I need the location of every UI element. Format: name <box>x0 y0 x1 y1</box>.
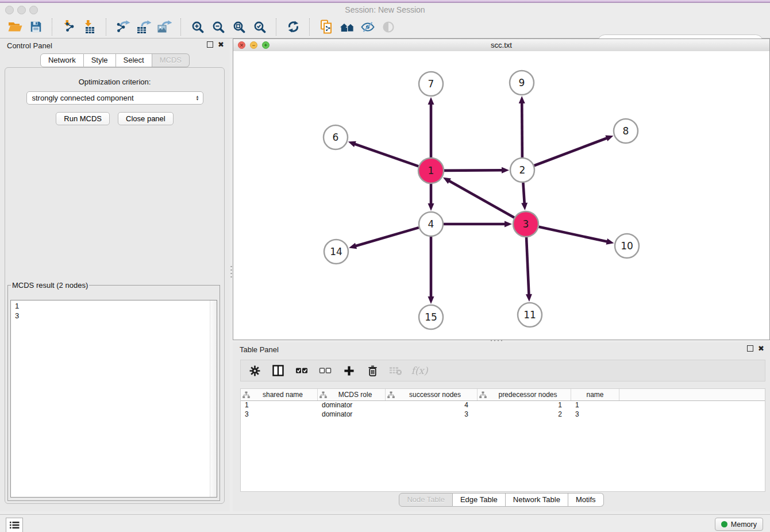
graph-edge-arrow <box>428 97 434 105</box>
memory-button[interactable]: Memory <box>715 518 763 531</box>
network-window-title: scc.txt <box>233 41 769 49</box>
graph-node-label: 2 <box>519 164 526 176</box>
show-all-icon <box>378 17 399 37</box>
graph-edge-2-8[interactable] <box>534 138 608 165</box>
save-session-icon[interactable] <box>25 17 46 37</box>
optimization-label: Optimization criterion: <box>5 78 224 86</box>
close-table-panel-icon[interactable]: ✖ <box>758 345 764 352</box>
export-network-icon[interactable] <box>113 17 133 37</box>
graph-edge-arrow <box>348 141 356 147</box>
zoom-fit-icon[interactable] <box>229 17 249 37</box>
table-cell[interactable]: 1 <box>241 401 318 410</box>
close-panel-button[interactable]: Close panel <box>118 112 174 125</box>
table-cell[interactable]: 3 <box>386 410 478 419</box>
run-mcds-button[interactable]: Run MCDS <box>56 112 110 125</box>
toolbar-separator <box>309 18 310 36</box>
delete-column-icon[interactable] <box>365 364 379 377</box>
table-cell[interactable]: dominator <box>318 401 386 410</box>
graph-edge-3-11[interactable] <box>526 237 529 295</box>
tab-network-table[interactable]: Network Table <box>506 493 568 507</box>
column-type-icon <box>479 391 487 399</box>
float-table-panel-icon[interactable] <box>747 345 753 352</box>
table-cell[interactable]: 1 <box>571 401 619 410</box>
graph-edge-3-1[interactable] <box>448 180 514 218</box>
network-window-titlebar[interactable]: ✕ − + scc.txt <box>233 39 769 52</box>
node-table: shared nameMCDS rolesuccessor nodesprede… <box>240 388 765 492</box>
float-panel-icon[interactable] <box>207 41 213 48</box>
result-line: 3 <box>15 311 217 321</box>
table-panel: Table Panel ✖ f(x) shared nameMCDS roles… <box>233 342 770 511</box>
column-header-shared-name[interactable]: shared name <box>241 389 318 400</box>
graph-edge-4-14[interactable] <box>355 228 419 246</box>
tab-style[interactable]: Style <box>84 53 116 67</box>
open-session-icon[interactable] <box>5 17 25 37</box>
duplicate-network-icon[interactable] <box>316 17 337 37</box>
task-history-button[interactable] <box>6 518 23 532</box>
result-scrollbar[interactable] <box>210 300 217 497</box>
column-label: successor nodes <box>395 391 475 399</box>
tab-network[interactable]: Network <box>40 53 84 67</box>
table-cell[interactable]: 2 <box>478 410 571 419</box>
list-icon <box>10 521 20 529</box>
network-canvas[interactable]: 7968124314101511 <box>233 51 769 340</box>
mcds-tabpanel: Optimization criterion: strongly connect… <box>5 67 225 504</box>
memory-label: Memory <box>731 521 757 529</box>
export-table-icon[interactable] <box>133 17 154 37</box>
graph-edge-2-9[interactable] <box>522 102 522 157</box>
graph-edge-3-10[interactable] <box>538 227 607 242</box>
table-row[interactable]: 3dominator323 <box>241 410 765 419</box>
clear-selection-icon[interactable] <box>318 364 332 377</box>
table-options-icon[interactable] <box>248 364 261 377</box>
import-network-icon[interactable] <box>59 17 79 37</box>
mcds-result-list[interactable]: 13 <box>10 300 217 498</box>
select-all-icon[interactable] <box>295 364 309 377</box>
graph-edge-1-6[interactable] <box>354 144 418 166</box>
function-builder-icon: f(x) <box>413 364 426 377</box>
tab-node-table[interactable]: Node Table <box>399 493 453 507</box>
column-header-successor-nodes[interactable]: successor nodes <box>386 389 478 400</box>
vertical-splitter-handle[interactable] <box>230 265 233 277</box>
tab-motifs[interactable]: Motifs <box>568 493 604 507</box>
column-header-mcds-role[interactable]: MCDS role <box>318 389 386 400</box>
table-cell[interactable]: 4 <box>386 401 478 410</box>
table-cell[interactable]: dominator <box>318 410 386 419</box>
first-neighbors-icon[interactable] <box>337 17 357 37</box>
graph-node-label: 1 <box>428 165 434 176</box>
column-label: name <box>573 391 617 399</box>
control-panel-tabbar: NetworkStyleSelectMCDS <box>0 53 230 67</box>
zoom-out-icon[interactable] <box>208 17 229 37</box>
refresh-view-icon[interactable] <box>283 17 303 37</box>
tab-edge-table[interactable]: Edge Table <box>453 493 506 507</box>
table-cell[interactable]: 3 <box>241 410 318 419</box>
zoom-in-icon[interactable] <box>187 17 208 37</box>
graph-edge-arrow <box>505 221 512 228</box>
graph-edge-2-3[interactable] <box>523 183 524 204</box>
column-header-predecessor-nodes[interactable]: predecessor nodes <box>478 389 571 400</box>
add-column-icon[interactable] <box>342 364 356 377</box>
table-cell[interactable]: 1 <box>478 401 571 410</box>
tab-select[interactable]: Select <box>116 53 152 67</box>
table-cell[interactable]: 3 <box>571 410 619 419</box>
toolbar-separator <box>106 18 107 36</box>
mcds-result-group: MCDS result (2 nodes) 13 <box>7 281 220 501</box>
network-view-window: ✕ − + scc.txt 7968124314101511 <box>233 38 770 340</box>
column-type-icon <box>242 391 250 399</box>
zoom-selected-icon[interactable] <box>249 17 270 37</box>
column-label: MCDS role <box>327 391 383 399</box>
memory-status-icon <box>721 521 727 527</box>
horizontal-splitter-handle[interactable] <box>490 339 502 342</box>
show-columns-icon[interactable] <box>271 364 285 377</box>
hide-selected-icon[interactable] <box>357 17 378 37</box>
graph-edge-1-2[interactable] <box>444 170 503 171</box>
export-image-icon[interactable] <box>154 17 175 37</box>
criterion-select[interactable]: strongly connected component ▲▼ <box>26 91 203 105</box>
destroy-table-icon <box>389 364 403 377</box>
table-row[interactable]: 1dominator411 <box>241 401 765 410</box>
close-panel-icon[interactable]: ✖ <box>218 41 224 48</box>
graph-node-label: 15 <box>425 311 437 323</box>
column-header-name[interactable]: name <box>571 389 619 400</box>
control-panel-title: Control Panel <box>7 41 52 50</box>
main-toolbar <box>0 16 770 38</box>
tab-mcds[interactable]: MCDS <box>152 53 190 67</box>
import-table-icon[interactable] <box>79 17 100 37</box>
